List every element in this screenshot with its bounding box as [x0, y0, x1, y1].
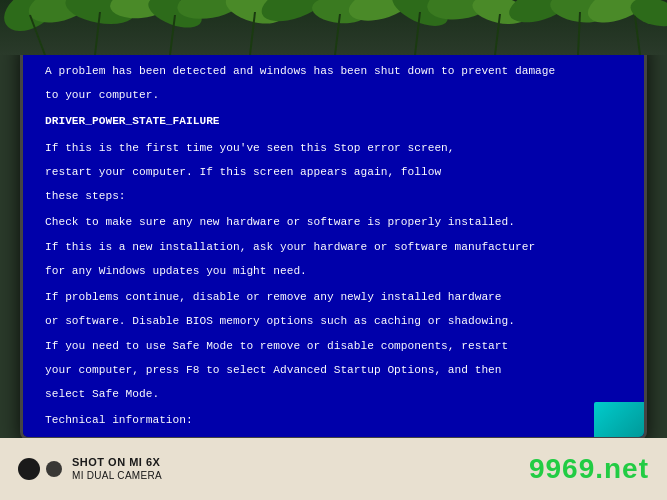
- monitor: A problem has been detected and windows …: [20, 40, 647, 440]
- shot-on-label: SHOT ON MI 6X: [72, 456, 162, 469]
- svg-line-25: [635, 16, 640, 55]
- bsod-para1a: If this is the first time you've seen th…: [45, 140, 622, 156]
- bsod-para3b: or software. Disable BIOS memory options…: [45, 313, 622, 329]
- bsod-para1b: restart your computer. If this screen ap…: [45, 164, 622, 180]
- bsod-technical-label: Technical information:: [45, 412, 622, 428]
- bottom-bar: SHOT ON MI 6X MI DUAL CAMERA 9969.net: [0, 438, 667, 500]
- bsod-line1b: to your computer.: [45, 87, 622, 103]
- bsod-para2a: Check to make sure any new hardware or s…: [45, 214, 622, 230]
- camera-lens-icon: [18, 458, 62, 480]
- bsod-para3d: your computer, press F8 to select Advanc…: [45, 362, 622, 378]
- teal-corner-accent: [594, 402, 644, 437]
- svg-point-16: [627, 0, 667, 31]
- bsod-para2b: If this is a new installation, ask your …: [45, 239, 622, 255]
- bsod-para3e: select Safe Mode.: [45, 386, 622, 402]
- camera-lens-large: [18, 458, 40, 480]
- camera-model-label: MI DUAL CAMERA: [72, 470, 162, 482]
- camera-text: SHOT ON MI 6X MI DUAL CAMERA: [72, 456, 162, 481]
- camera-info: SHOT ON MI 6X MI DUAL CAMERA: [18, 456, 162, 481]
- website-watermark: 9969.net: [529, 453, 649, 485]
- bsod-screen: A problem has been detected and windows …: [23, 43, 644, 437]
- leaves-svg: [0, 0, 667, 55]
- bsod-content: A problem has been detected and windows …: [45, 63, 622, 437]
- camera-lens-small: [46, 461, 62, 477]
- bsod-para3a: If problems continue, disable or remove …: [45, 289, 622, 305]
- bsod-line1: A problem has been detected and windows …: [45, 63, 622, 79]
- top-leaves-decoration: [0, 0, 667, 55]
- bsod-error-code: DRIVER_POWER_STATE_FAILURE: [45, 113, 622, 129]
- bsod-para3c: If you need to use Safe Mode to remove o…: [45, 338, 622, 354]
- bsod-para1c: these steps:: [45, 188, 622, 204]
- bsod-para2c: for any Windows updates you might need.: [45, 263, 622, 279]
